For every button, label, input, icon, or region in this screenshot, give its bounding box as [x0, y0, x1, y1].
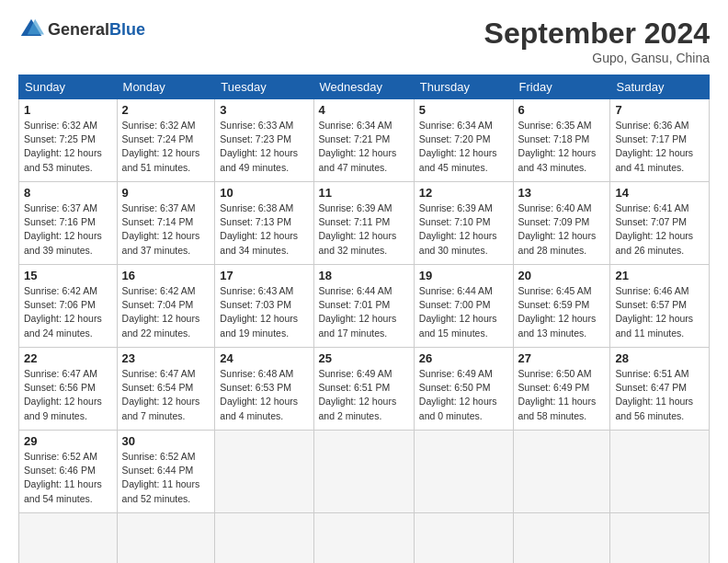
table-row: 26 Sunrise: 6:49 AMSunset: 6:50 PMDaylig… [414, 348, 513, 431]
table-row: 11 Sunrise: 6:39 AMSunset: 7:11 PMDaylig… [313, 182, 414, 265]
day-info: Sunrise: 6:32 AMSunset: 7:24 PMDaylight:… [122, 119, 210, 175]
day-number: 30 [122, 434, 210, 448]
day-info: Sunrise: 6:44 AMSunset: 7:00 PMDaylight:… [419, 284, 508, 340]
day-info: Sunrise: 6:47 AMSunset: 6:54 PMDaylight:… [122, 367, 210, 423]
table-row: 16 Sunrise: 6:42 AMSunset: 7:04 PMDaylig… [117, 265, 215, 348]
table-row: 14 Sunrise: 6:41 AMSunset: 7:07 PMDaylig… [610, 182, 710, 265]
day-info: Sunrise: 6:46 AMSunset: 6:57 PMDaylight:… [615, 284, 704, 340]
day-number: 14 [615, 186, 704, 200]
day-info: Sunrise: 6:49 AMSunset: 6:50 PMDaylight:… [419, 367, 508, 423]
logo-general: General [48, 20, 109, 39]
day-info: Sunrise: 6:34 AMSunset: 7:20 PMDaylight:… [419, 119, 508, 175]
header-monday: Monday [117, 75, 215, 99]
day-info: Sunrise: 6:33 AMSunset: 7:23 PMDaylight:… [220, 119, 308, 175]
day-info: Sunrise: 6:32 AMSunset: 7:25 PMDaylight:… [24, 119, 112, 175]
table-row [313, 513, 414, 564]
header-sunday: Sunday [19, 75, 118, 99]
day-number: 5 [419, 103, 508, 117]
day-number: 1 [24, 103, 112, 117]
day-number: 9 [122, 186, 210, 200]
table-row [414, 431, 513, 513]
day-number: 19 [419, 269, 508, 282]
table-row: 8 Sunrise: 6:37 AMSunset: 7:16 PMDayligh… [19, 182, 118, 265]
day-info: Sunrise: 6:39 AMSunset: 7:10 PMDaylight:… [419, 201, 508, 258]
calendar-row: 8 Sunrise: 6:37 AMSunset: 7:16 PMDayligh… [19, 182, 710, 265]
table-row: 20 Sunrise: 6:45 AMSunset: 6:59 PMDaylig… [513, 265, 610, 348]
day-number: 21 [615, 269, 704, 282]
header: GeneralBlue September 2024 Gupo, Gansu, … [18, 17, 710, 65]
day-number: 3 [220, 103, 308, 117]
table-row: 18 Sunrise: 6:44 AMSunset: 7:01 PMDaylig… [313, 265, 414, 348]
day-number: 24 [220, 351, 308, 365]
day-info: Sunrise: 6:52 AMSunset: 6:44 PMDaylight:… [122, 450, 210, 506]
day-number: 11 [319, 186, 409, 200]
day-info: Sunrise: 6:51 AMSunset: 6:47 PMDaylight:… [615, 367, 704, 423]
table-row: 17 Sunrise: 6:43 AMSunset: 7:03 PMDaylig… [215, 265, 313, 348]
day-number: 13 [518, 186, 606, 200]
table-row [513, 513, 610, 564]
table-row: 2 Sunrise: 6:32 AMSunset: 7:24 PMDayligh… [117, 99, 215, 182]
calendar-row: 22 Sunrise: 6:47 AMSunset: 6:56 PMDaylig… [19, 348, 710, 431]
table-row [215, 513, 313, 564]
day-number: 17 [220, 269, 308, 282]
logo-blue: Blue [109, 20, 145, 39]
table-row: 19 Sunrise: 6:44 AMSunset: 7:00 PMDaylig… [414, 265, 513, 348]
table-row: 6 Sunrise: 6:35 AMSunset: 7:18 PMDayligh… [513, 99, 610, 182]
table-row: 27 Sunrise: 6:50 AMSunset: 6:49 PMDaylig… [513, 348, 610, 431]
day-number: 4 [319, 103, 409, 117]
title-block: September 2024 Gupo, Gansu, China [484, 17, 710, 65]
table-row: 5 Sunrise: 6:34 AMSunset: 7:20 PMDayligh… [414, 99, 513, 182]
day-number: 20 [518, 269, 606, 282]
header-tuesday: Tuesday [215, 75, 313, 99]
day-info: Sunrise: 6:38 AMSunset: 7:13 PMDaylight:… [220, 201, 308, 258]
header-saturday: Saturday [610, 75, 710, 99]
table-row: 30 Sunrise: 6:52 AMSunset: 6:44 PMDaylig… [117, 431, 215, 513]
day-number: 23 [122, 351, 210, 365]
day-info: Sunrise: 6:34 AMSunset: 7:21 PMDaylight:… [319, 119, 409, 175]
day-info: Sunrise: 6:52 AMSunset: 6:46 PMDaylight:… [24, 450, 112, 506]
day-info: Sunrise: 6:43 AMSunset: 7:03 PMDaylight:… [220, 284, 308, 340]
header-thursday: Thursday [414, 75, 513, 99]
day-number: 6 [518, 103, 606, 117]
logo: GeneralBlue [18, 17, 145, 42]
table-row: 21 Sunrise: 6:46 AMSunset: 6:57 PMDaylig… [610, 265, 710, 348]
day-info: Sunrise: 6:45 AMSunset: 6:59 PMDaylight:… [518, 284, 606, 340]
table-row: 7 Sunrise: 6:36 AMSunset: 7:17 PMDayligh… [610, 99, 710, 182]
table-row: 28 Sunrise: 6:51 AMSunset: 6:47 PMDaylig… [610, 348, 710, 431]
table-row: 12 Sunrise: 6:39 AMSunset: 7:10 PMDaylig… [414, 182, 513, 265]
day-number: 10 [220, 186, 308, 200]
day-info: Sunrise: 6:40 AMSunset: 7:09 PMDaylight:… [518, 201, 606, 258]
table-row: 25 Sunrise: 6:49 AMSunset: 6:51 PMDaylig… [313, 348, 414, 431]
table-row [610, 513, 710, 564]
table-row: 10 Sunrise: 6:38 AMSunset: 7:13 PMDaylig… [215, 182, 313, 265]
calendar-table: Sunday Monday Tuesday Wednesday Thursday… [18, 75, 710, 563]
day-number: 8 [24, 186, 112, 200]
day-number: 27 [518, 351, 606, 365]
location: Gupo, Gansu, China [484, 51, 710, 65]
day-number: 2 [122, 103, 210, 117]
day-number: 28 [615, 351, 704, 365]
table-row: 24 Sunrise: 6:48 AMSunset: 6:53 PMDaylig… [215, 348, 313, 431]
table-row: 23 Sunrise: 6:47 AMSunset: 6:54 PMDaylig… [117, 348, 215, 431]
table-row [414, 513, 513, 564]
day-number: 18 [319, 269, 409, 282]
header-friday: Friday [513, 75, 610, 99]
table-row [19, 513, 118, 564]
table-row: 29 Sunrise: 6:52 AMSunset: 6:46 PMDaylig… [19, 431, 118, 513]
day-info: Sunrise: 6:39 AMSunset: 7:11 PMDaylight:… [319, 201, 409, 258]
day-info: Sunrise: 6:41 AMSunset: 7:07 PMDaylight:… [615, 201, 704, 258]
table-row: 13 Sunrise: 6:40 AMSunset: 7:09 PMDaylig… [513, 182, 610, 265]
day-info: Sunrise: 6:42 AMSunset: 7:06 PMDaylight:… [24, 284, 112, 340]
calendar-row: 29 Sunrise: 6:52 AMSunset: 6:46 PMDaylig… [19, 431, 710, 513]
day-info: Sunrise: 6:44 AMSunset: 7:01 PMDaylight:… [319, 284, 409, 340]
calendar-row: 1 Sunrise: 6:32 AMSunset: 7:25 PMDayligh… [19, 99, 710, 182]
day-info: Sunrise: 6:35 AMSunset: 7:18 PMDaylight:… [518, 119, 606, 175]
table-row [513, 431, 610, 513]
weekday-header-row: Sunday Monday Tuesday Wednesday Thursday… [19, 75, 710, 99]
day-info: Sunrise: 6:48 AMSunset: 6:53 PMDaylight:… [220, 367, 308, 423]
page: GeneralBlue September 2024 Gupo, Gansu, … [0, 0, 728, 563]
day-number: 26 [419, 351, 508, 365]
calendar-row [19, 513, 710, 564]
table-row: 22 Sunrise: 6:47 AMSunset: 6:56 PMDaylig… [19, 348, 118, 431]
table-row [610, 431, 710, 513]
